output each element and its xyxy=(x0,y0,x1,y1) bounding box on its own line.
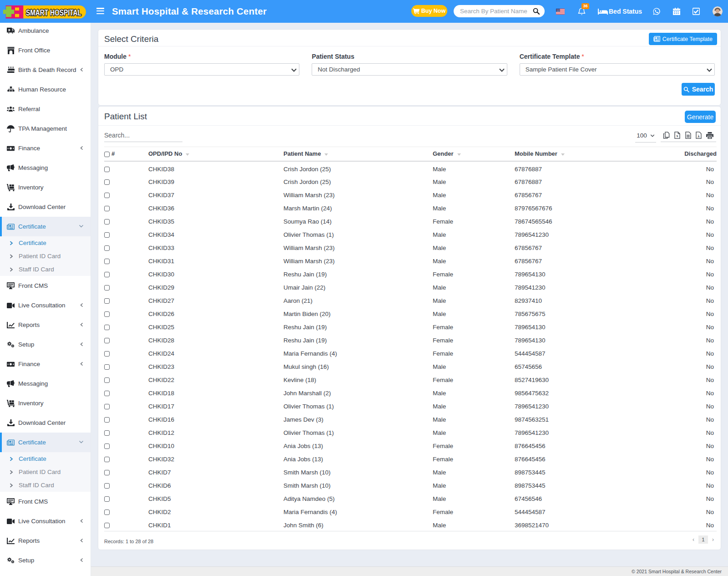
svg-text:λ: λ xyxy=(698,134,700,138)
svg-text:SMART HOSPITAL: SMART HOSPITAL xyxy=(26,8,81,17)
svg-text:x: x xyxy=(677,134,678,138)
